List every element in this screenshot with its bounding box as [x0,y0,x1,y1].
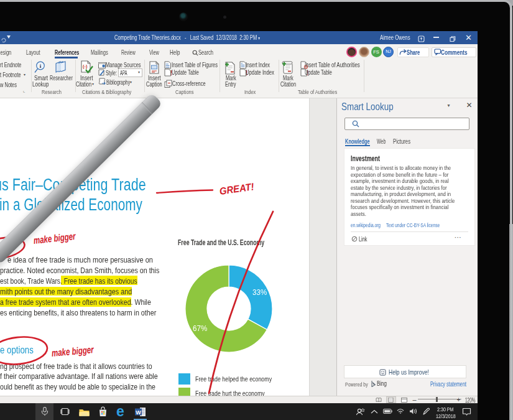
svg-text:W: W [136,409,141,415]
svg-text:(-): (-) [83,63,88,69]
